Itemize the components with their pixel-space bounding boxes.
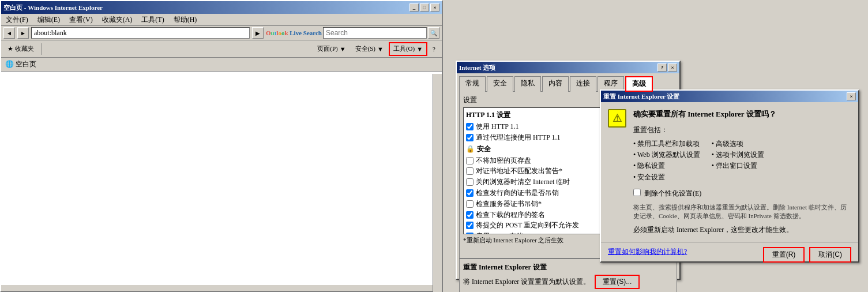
inet-options-title: Internet 选项 [459,63,495,72]
ie-maximize-button[interactable]: □ [420,3,429,12]
ie-menubar: 文件(F) 编辑(E) 查看(V) 收藏夹(A) 工具(T) 帮助(H) [1,14,442,25]
ie-titlebar: 空白页 - Windows Internet Explorer _ □ × [1,1,442,14]
ie-browser-window: 空白页 - Windows Internet Explorer _ □ × 文件… [0,0,443,292]
reset-item-browser-defaults: Web 浏览器默认设置 [633,149,700,160]
search-button[interactable]: 🔍 [428,27,439,39]
reset-col-2: 高级选项 选项卡浏览设置 弹出窗口设置 [712,138,764,183]
reset-s-button[interactable]: 重置(S)... [595,275,640,289]
inet-options-help-button[interactable]: ? [657,63,667,72]
page-toolbar-btn[interactable]: 页面(P)▼ [313,42,350,56]
reset-item-advanced: 高级选项 [712,138,764,149]
checkbox-http11[interactable] [466,123,474,130]
search-input[interactable] [323,27,427,39]
reset-cancel-button[interactable]: 取消(C) [809,247,851,263]
inet-options-close-button[interactable]: × [668,63,677,72]
reset-item-toolbar: 禁用工具栏和加载项 [633,138,700,149]
tab-general[interactable]: 常规 [459,76,486,92]
fav-empty-page[interactable]: 🌐 空白页 [3,59,38,70]
ie-minimize-button[interactable]: _ [409,3,419,12]
checkbox-clear-temp[interactable] [466,178,474,186]
tab-connections[interactable]: 连接 [570,76,596,92]
inet-options-tabs: 常规 安全 隐私 内容 连接 程序 高级 [457,73,679,91]
checkbox-cert-warn[interactable] [466,167,474,175]
fav-page-icon: 🌐 [5,60,14,69]
reset-columns: 禁用工具栏和加载项 Web 浏览器默认设置 隐私设置 安全设置 高级选项 选项卡… [633,138,851,183]
reset-main-question: 确实要重置所有 Internet Explorer 设置吗？ [633,109,851,119]
forward-button[interactable]: ► [17,27,29,39]
inet-options-title-buttons: ? × [657,63,677,72]
checkbox-proxy-http11[interactable] [466,134,474,141]
lock-icon: 🔒 [466,145,475,154]
checkbox-download-sig[interactable] [466,211,474,219]
delete-personalized-checkbox[interactable] [633,189,641,196]
inet-options-titlebar: Internet 选项 ? × [457,62,679,73]
back-button[interactable]: ◄ [3,27,15,39]
search-area: Outlook Live Search 🔍 [266,27,439,39]
reset-personalized-row: 删除个性化设置(E) [633,189,851,199]
reset-ie-dialog: 重置 Internet Explorer 设置 × ⚠ 确实要重置所有 Inte… [600,89,859,263]
menu-view[interactable]: 查看(V) [67,14,95,26]
warning-icon: ⚠ [608,109,626,128]
tab-security[interactable]: 安全 [487,76,513,92]
reset-r-button[interactable]: 重置(R) [763,247,805,263]
reset-item-security: 安全设置 [633,172,700,183]
checkbox-server-cert[interactable] [466,200,474,208]
reset-dialog-titlebar: 重置 Internet Explorer 设置 × [601,91,858,102]
ie-close-button[interactable]: × [430,3,439,12]
reset-dialog-close-button[interactable]: × [847,92,856,100]
reset-dialog-footer: 重置如何影响我的计算机? 重置(R) 取消(C) [601,242,858,267]
reset-item-tabs: 选项卡浏览设置 [712,149,764,160]
menu-tools[interactable]: 工具(T) [139,14,166,26]
tab-advanced[interactable]: 高级 [625,76,653,92]
menu-help[interactable]: 帮助(H) [171,14,200,26]
ie-addressbar: ◄ ► ▶ Outlook Live Search 🔍 [1,25,442,40]
tools-toolbar-btn[interactable]: 工具(O)▼ [389,42,427,56]
ie-favorites-bar: 🌐 空白页 [1,58,442,72]
tab-privacy[interactable]: 隐私 [514,76,541,92]
checkbox-post-redirect[interactable] [466,222,474,229]
reset-section-row: 将 Internet Explorer 设置重置为默认设置。 重置(S)... [463,275,673,289]
address-input[interactable] [31,27,250,39]
reset-dialog-body: 确实要重置所有 Internet Explorer 设置吗？ 重置包括： 禁用工… [633,109,851,235]
reset-restart-note: 必须重新启动 Internet Explorer，这些更改才能生效。 [633,225,851,235]
reset-dialog-content: ⚠ 确实要重置所有 Internet Explorer 设置吗？ 重置包括： 禁… [601,102,858,242]
reset-dialog-title: 重置 Internet Explorer 设置 [603,92,680,101]
checkbox-check-cert[interactable] [466,189,474,197]
reset-col-1: 禁用工具栏和加载项 Web 浏览器默认设置 隐私设置 安全设置 [633,138,700,183]
reset-item-privacy: 隐私设置 [633,160,700,171]
reset-item-popup: 弹出窗口设置 [712,160,764,171]
reset-description: 将主页、搜索提供程序和加速器重置为默认设置。删除 Internet 临时文件、历… [633,203,851,220]
menu-edit[interactable]: 编辑(E) [35,14,62,26]
security-toolbar-btn[interactable]: 安全(S)▼ [351,42,388,56]
star-icon: ★ [7,45,13,53]
go-button[interactable]: ▶ [252,27,264,39]
reset-help-link[interactable]: 重置如何影响我的计算机? [608,247,687,263]
menu-favorites[interactable]: 收藏夹(A) [100,14,135,26]
ie-title-buttons: _ □ × [409,3,439,12]
favorites-toolbar-btn[interactable]: ★ 收藏夹 [3,42,38,56]
checkbox-noencrypt[interactable] [466,157,474,164]
menu-file[interactable]: 文件(F) [3,14,31,26]
ie-toolbar: ★ 收藏夹 页面(P)▼ 安全(S)▼ 工具(O)▼ ? [1,40,442,58]
live-search-logo: Outlook Live Search [266,29,322,36]
delete-personalized-label: 删除个性化设置(E) [644,189,701,199]
reset-includes-label: 重置包括： [633,125,851,135]
checkbox-dom[interactable] [466,233,474,234]
reset-section-text: 将 Internet Explorer 设置重置为默认设置。 [463,277,590,287]
ie-content-area [1,72,442,285]
tab-content[interactable]: 内容 [542,76,569,92]
ie-title-text: 空白页 - Windows Internet Explorer [3,3,103,12]
help-toolbar-btn[interactable]: ? [429,42,439,56]
ie-scrollbar[interactable] [433,74,442,292]
